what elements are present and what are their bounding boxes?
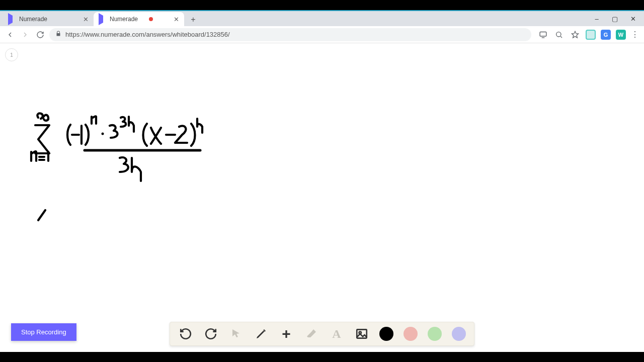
tab-strip: Numerade ✕ Numerade ✕ + – ▢ ✕ [0, 11, 644, 26]
svg-point-2 [102, 133, 104, 135]
back-button[interactable] [4, 29, 16, 41]
bookmark-star-icon[interactable] [570, 29, 581, 40]
close-window-button[interactable]: ✕ [624, 15, 642, 23]
redo-button[interactable] [203, 326, 218, 341]
menu-button[interactable]: ⋮ [631, 30, 639, 39]
lock-icon [55, 31, 61, 38]
undo-button[interactable] [178, 326, 193, 341]
color-swatch-black[interactable] [379, 327, 393, 341]
letterbox-top [0, 0, 644, 10]
svg-rect-3 [357, 329, 367, 338]
whiteboard-canvas[interactable] [0, 43, 644, 343]
tab-title: Numerade [19, 16, 47, 23]
favicon-icon [8, 16, 15, 23]
tab-numerade-2[interactable]: Numerade ✕ [94, 12, 184, 26]
toolbar-right: G W ⋮ [534, 29, 640, 40]
recording-indicator-icon [149, 17, 153, 21]
close-tab-icon[interactable]: ✕ [78, 16, 89, 23]
extension-icon-1[interactable] [586, 30, 596, 40]
cursor-tool[interactable] [228, 326, 244, 341]
whiteboard-toolbar: + A [170, 322, 474, 346]
new-tab-button[interactable]: + [186, 13, 200, 26]
add-button[interactable]: + [279, 326, 294, 341]
color-swatch-purple[interactable] [452, 327, 466, 341]
minimize-button[interactable]: – [588, 15, 606, 23]
stop-recording-button[interactable]: Stop Recording [11, 323, 76, 341]
url-text: https://www.numerade.com/answers/whitebo… [65, 31, 230, 38]
extension-icon-2[interactable]: G [601, 30, 611, 40]
search-icon[interactable] [553, 29, 565, 40]
pen-tool[interactable] [254, 326, 269, 341]
url-input[interactable]: https://www.numerade.com/answers/whitebo… [49, 28, 531, 41]
window-controls: – ▢ ✕ [588, 11, 644, 26]
maximize-button[interactable]: ▢ [606, 15, 624, 23]
close-tab-icon[interactable]: ✕ [169, 16, 179, 23]
profile-avatar[interactable]: W [616, 30, 626, 40]
browser-window: Numerade ✕ Numerade ✕ + – ▢ ✕ [0, 10, 644, 352]
cast-icon[interactable] [537, 29, 548, 40]
color-swatch-green[interactable] [428, 327, 442, 341]
letterbox-bottom [0, 352, 644, 362]
tab-title: Numerade [110, 16, 138, 23]
tab-numerade-1[interactable]: Numerade ✕ [3, 12, 94, 26]
forward-button[interactable] [19, 29, 31, 41]
reload-button[interactable] [34, 29, 46, 41]
svg-rect-0 [540, 32, 546, 36]
text-tool[interactable]: A [329, 326, 344, 341]
eraser-tool[interactable] [304, 326, 319, 341]
svg-point-1 [556, 32, 561, 36]
image-tool[interactable] [354, 326, 369, 341]
favicon-icon [99, 16, 106, 23]
color-swatch-pink[interactable] [404, 327, 418, 341]
whiteboard-page: 1 [0, 43, 644, 352]
address-bar: https://www.numerade.com/answers/whitebo… [0, 26, 644, 43]
